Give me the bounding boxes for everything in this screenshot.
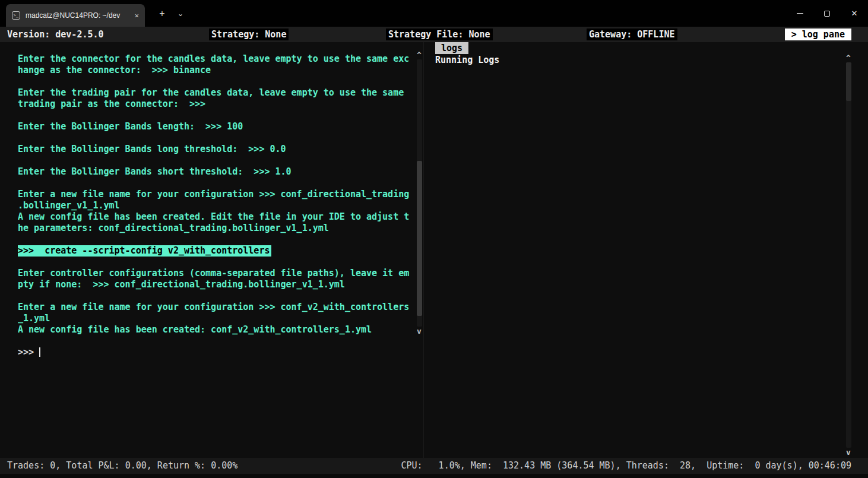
scrollbar-thumb[interactable] — [417, 161, 422, 316]
terminal-line — [18, 257, 417, 268]
command-input[interactable]: >>> — [18, 347, 40, 358]
terminal-line — [18, 132, 417, 144]
terminal-line: pty if none: >>> conf_directional_tradin… — [18, 279, 417, 290]
minimize-button[interactable] — [786, 0, 813, 27]
system-status: CPU: 1.0%, Mem: 132.43 MB (364.54 MB), T… — [401, 460, 851, 471]
new-tab-button[interactable]: + — [154, 6, 170, 21]
terminal-line: Enter the connector for the candles data… — [18, 53, 417, 65]
terminal-line: Enter a new file name for your configura… — [18, 302, 417, 313]
terminal-line — [18, 178, 417, 189]
title-bar: >_ madcatz@NUC14PRO: ~/dev ✕ + ⌄ ✕ — [0, 0, 868, 27]
strategy-file-label: Strategy File: None — [386, 29, 493, 40]
terminal-tab[interactable]: >_ madcatz@NUC14PRO: ~/dev ✕ — [6, 4, 145, 27]
terminal-line: Enter the Bollinger Bands long threshold… — [18, 144, 417, 155]
terminal-line — [18, 155, 417, 166]
output-scrollbar[interactable]: ^ v — [415, 50, 423, 335]
maximize-button[interactable] — [813, 0, 841, 27]
terminal-line — [18, 234, 417, 245]
log-pane-toggle[interactable]: > log pane — [785, 29, 851, 40]
scrollbar-track[interactable] — [417, 59, 422, 327]
terminal-line-highlighted: >>> create --script-config v2_with_contr… — [18, 245, 417, 257]
trades-status: Trades: 0, Total P&L: 0.00, Return %: 0.… — [7, 460, 237, 471]
terminal-line: hange as the connector: >>> binance — [18, 65, 417, 76]
highlighted-command: >>> create --script-config v2_with_contr… — [18, 245, 271, 257]
terminal-line: trading pair as the connector: >>> — [18, 99, 417, 110]
terminal-output-pane: Enter the connector for the candles data… — [18, 53, 417, 335]
version-label: Version: dev-2.5.0 — [7, 29, 104, 40]
terminal-line: Enter controller configurations (comma-s… — [18, 268, 417, 279]
terminal-line — [18, 110, 417, 121]
scrollbar-thumb[interactable] — [846, 62, 851, 101]
terminal-line — [18, 290, 417, 302]
terminal-line: Enter a new file name for your configura… — [18, 189, 417, 200]
terminal-line: Enter the Bollinger Bands length: >>> 10… — [18, 121, 417, 132]
terminal-line: A new config file has been created: conf… — [18, 324, 417, 335]
close-button[interactable]: ✕ — [841, 0, 868, 27]
tab-dropdown-button[interactable]: ⌄ — [173, 6, 188, 21]
scrollbar-track[interactable] — [846, 62, 851, 448]
strategy-label: Strategy: None — [209, 29, 289, 40]
terminal-line — [18, 76, 417, 87]
text-cursor — [39, 347, 40, 357]
terminal-line: Enter the Bollinger Bands short threshol… — [18, 166, 417, 178]
status-bar: Trades: 0, Total P&L: 0.00, Return %: 0.… — [0, 458, 868, 474]
tab-logs[interactable]: logs — [435, 42, 468, 54]
header-bar: Version: dev-2.5.0 Strategy: None Strate… — [0, 27, 868, 42]
terminal-line: he parameters: conf_directional_trading.… — [18, 223, 417, 234]
terminal-line: A new config file has been created. Edit… — [18, 211, 417, 223]
maximize-icon — [824, 11, 830, 17]
log-pane-title: Running Logs — [435, 55, 499, 66]
close-icon: ✕ — [851, 9, 858, 18]
terminal-line: _1.yml — [18, 313, 417, 324]
terminal-line: Enter the trading pair for the candles d… — [18, 87, 417, 99]
minimize-icon — [797, 13, 803, 14]
terminal-line: .bollinger_v1_1.yml — [18, 200, 417, 211]
scroll-down-icon[interactable]: v — [417, 327, 422, 335]
gateway-status-label: Gateway: OFFLINE — [587, 29, 677, 40]
scroll-up-icon[interactable]: ^ — [417, 50, 422, 59]
scroll-down-icon[interactable]: v — [846, 448, 851, 457]
pane-divider — [423, 42, 424, 458]
tab-title: madcatz@NUC14PRO: ~/dev — [26, 11, 131, 20]
scroll-up-icon[interactable]: ^ — [846, 53, 851, 62]
terminal-icon: >_ — [12, 11, 20, 20]
input-prompt: >>> — [18, 347, 39, 357]
log-scrollbar[interactable]: ^ v — [844, 53, 853, 457]
tab-close-icon[interactable]: ✕ — [135, 11, 139, 20]
main-area: Enter the connector for the candles data… — [0, 42, 868, 458]
